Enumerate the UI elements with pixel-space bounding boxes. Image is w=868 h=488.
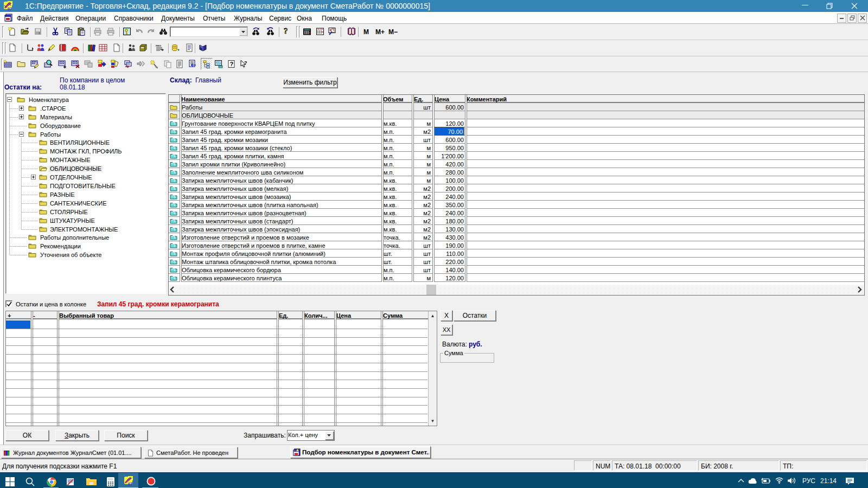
svg-text:пко: пко bbox=[156, 44, 162, 47]
svg-text:07: 07 bbox=[128, 482, 132, 486]
svg-text:?: ? bbox=[230, 61, 234, 67]
svg-text:?: ? bbox=[284, 27, 288, 35]
svg-text:?: ? bbox=[244, 60, 247, 66]
svg-text:07: 07 bbox=[8, 7, 12, 11]
